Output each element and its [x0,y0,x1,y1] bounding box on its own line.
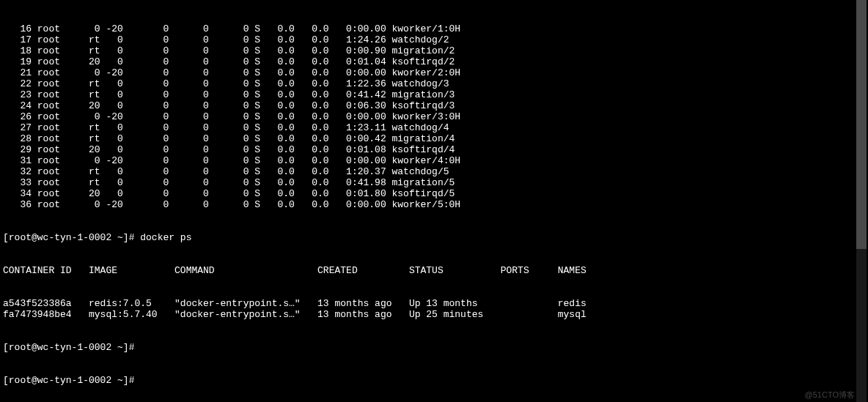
process-row: 33 root rt 0 0 0 0 S 0.0 0.0 0:41.98 mig… [3,177,865,188]
terminal-output[interactable]: 16 root 0 -20 0 0 0 S 0.0 0.0 0:00.00 kw… [0,0,868,402]
process-row: 28 root rt 0 0 0 0 S 0.0 0.0 0:00.42 mig… [3,133,865,144]
scrollbar-thumb[interactable] [856,0,867,249]
process-row: 21 root 0 -20 0 0 0 S 0.0 0.0 0:00.00 kw… [3,67,865,78]
process-row: 31 root 0 -20 0 0 0 S 0.0 0.0 0:00.00 kw… [3,155,865,166]
process-row: 22 root rt 0 0 0 0 S 0.0 0.0 1:22.36 wat… [3,78,865,89]
prompt-line: [root@wc-tyn-1-0002 ~]# [3,342,865,353]
process-row: 27 root rt 0 0 0 0 S 0.0 0.0 1:23.11 wat… [3,122,865,133]
watermark: @51CTO博客 [805,390,855,401]
docker-ps-header: CONTAINER ID IMAGE COMMAND CREATED STATU… [3,265,865,276]
prompt-line: [root@wc-tyn-1-0002 ~]# docker ps [3,232,865,243]
process-row: 17 root rt 0 0 0 0 S 0.0 0.0 1:24.26 wat… [3,34,865,45]
process-row: 19 root 20 0 0 0 0 S 0.0 0.0 0:01.04 kso… [3,56,865,67]
process-row: 16 root 0 -20 0 0 0 S 0.0 0.0 0:00.00 kw… [3,23,865,34]
process-row: 23 root rt 0 0 0 0 S 0.0 0.0 0:41.42 mig… [3,89,865,100]
process-row: 24 root 20 0 0 0 0 S 0.0 0.0 0:06.30 kso… [3,100,865,111]
prompt-line: [root@wc-tyn-1-0002 ~]# [3,375,865,386]
top-process-list: 16 root 0 -20 0 0 0 S 0.0 0.0 0:00.00 kw… [3,23,865,210]
docker-ps-rows: a543f523386a redis:7.0.5 "docker-entrypo… [3,298,865,320]
process-row: 36 root 0 -20 0 0 0 S 0.0 0.0 0:00.00 kw… [3,199,865,210]
docker-ps-row: fa7473948be4 mysql:5.7.40 "docker-entryp… [3,309,865,320]
process-row: 26 root 0 -20 0 0 0 S 0.0 0.0 0:00.00 kw… [3,111,865,122]
process-row: 29 root 20 0 0 0 0 S 0.0 0.0 0:01.08 kso… [3,144,865,155]
process-row: 34 root 20 0 0 0 0 S 0.0 0.0 0:01.80 kso… [3,188,865,199]
docker-ps-row: a543f523386a redis:7.0.5 "docker-entrypo… [3,298,865,309]
process-row: 32 root rt 0 0 0 0 S 0.0 0.0 1:20.37 wat… [3,166,865,177]
process-row: 18 root rt 0 0 0 0 S 0.0 0.0 0:00.90 mig… [3,45,865,56]
